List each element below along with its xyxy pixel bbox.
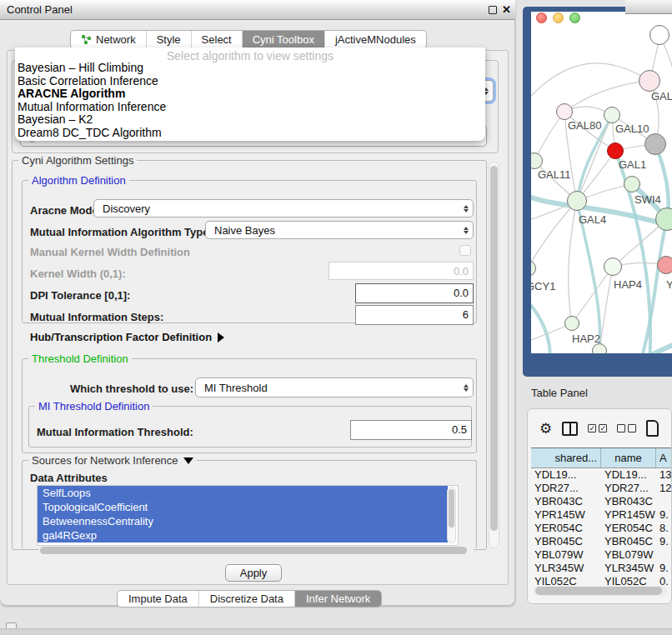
tab-jactivemnodules[interactable]: jActiveMNodules [324,31,426,48]
aracne-mode-label: Aracne Mode: [30,204,102,217]
mac-zoom-button[interactable] [569,12,580,23]
attribute-list-item[interactable]: gal4RGexp [38,528,448,542]
tab-style[interactable]: Style [146,31,191,48]
table-cell: YPR145W [531,508,601,522]
sources-expander[interactable]: Sources for Network Inference [28,454,197,467]
table-row[interactable]: YER054CYER054C8. [531,522,672,535]
scrollbar-thumb[interactable] [535,587,662,595]
mac-close-button[interactable] [536,12,547,23]
table-cell: YBR043C [601,495,656,508]
network-node[interactable] [649,25,669,45]
table-cell: YLR345W [601,562,656,575]
table-row[interactable]: YDR27...YDR27...12 [531,482,672,495]
table-cell: YDR27... [601,482,656,495]
data-attributes-list[interactable]: SelfLoopsTopologicalCoefficientBetweenne… [37,485,459,546]
network-node-label: GAL1 [619,158,646,171]
expander-arrow-icon [218,332,224,342]
table-row[interactable]: YBR043CYBR043C [531,495,672,508]
network-node-label: GAL [651,90,672,102]
mi-steps-input[interactable]: 6 [355,305,474,325]
table-hscrollbar[interactable] [534,586,667,596]
algorithm-option[interactable]: Bayesian – K2 [15,113,485,127]
scrollbar-thumb[interactable] [490,166,498,531]
algorithm-option[interactable]: Mutual Information Inference [15,101,485,114]
mi-type-combo[interactable]: Naive Bayes [205,221,474,239]
table-cell [656,548,672,562]
aracne-mode-combo[interactable]: Discovery [93,199,474,218]
network-node-GAL10[interactable] [604,107,620,123]
column-header-shared...[interactable]: shared... [531,448,601,468]
mac-minimize-button[interactable] [553,12,564,23]
tab-label: jActiveMNodules [335,33,416,46]
table-cell: YDL19... [531,468,601,482]
scrollbar-thumb[interactable] [449,489,454,528]
group-title: Cyni Algorithm Settings [18,154,137,167]
group-title: Threshold Definition [28,352,132,365]
attributes-list-scrollbar[interactable] [447,487,456,543]
manual-kernel-checkbox[interactable] [459,245,471,256]
apply-button[interactable]: Apply [225,564,282,582]
tab-infer-network[interactable]: Infer Network [294,591,381,607]
network-node-GAL80[interactable] [556,103,573,120]
table-cell: YDR27... [531,482,601,495]
algorithm-option[interactable]: ARACNE Algorithm [15,88,485,101]
table-cell: YBL079W [601,548,656,562]
settings-scrollbar[interactable] [489,162,499,548]
table-cell: YER054C [601,522,656,535]
close-icon[interactable]: ✕ [502,3,511,16]
attribute-list-item[interactable]: TopologicalCoefficient [38,500,448,514]
tab-select[interactable]: Select [191,31,242,48]
network-node-SWI4[interactable] [624,176,640,192]
network-node-GAL4[interactable] [567,191,587,211]
restore-icon[interactable] [489,6,497,14]
file-icon[interactable] [646,420,659,437]
network-node[interactable] [655,208,672,231]
scrollbar-thumb[interactable] [40,547,467,554]
algorithm-option[interactable]: Basic Correlation Inference [15,75,485,88]
network-node-GAL1[interactable] [607,142,624,159]
network-node[interactable] [592,343,607,353]
network-node[interactable] [644,133,666,155]
tab-discretize-data[interactable]: Discretize Data [198,591,294,607]
mi-type-label: Mutual Information Algorithm Type: [30,226,213,238]
network-node-HAP2[interactable] [564,316,579,331]
mi-threshold-input[interactable]: 0.5 [350,420,472,440]
table-cell: YER054C [531,522,601,535]
network-node-GAL[interactable] [639,70,660,92]
column-layout-icon[interactable] [562,422,578,436]
which-threshold-combo[interactable]: MI Threshold [195,378,474,398]
table-row[interactable]: YPR145WYPR145W9. [531,508,672,522]
attribute-list-item[interactable]: BetweennessCentrality [38,514,448,528]
network-node-label: GAL10 [615,122,649,135]
control-panel-titlebar[interactable]: Control Panel ✕ [0,0,515,20]
tab-impute-data[interactable]: Impute Data [118,591,198,607]
attribute-list-item[interactable]: SelfLoops [38,486,448,500]
dpi-tolerance-input[interactable]: 0.0 [355,283,474,303]
network-canvas[interactable]: GALGAL80GAL10GAL1GAL11SWI4GAL4HAP4YGCY1H… [531,12,672,353]
table-row[interactable]: YLR345WYLR345W9. [531,562,672,575]
attributes-hscrollbar[interactable] [38,546,474,555]
tab-cyni-toolbox[interactable]: Cyni Toolbox [242,31,324,48]
dropdown-prompt: Select algorithm to view settings [15,48,485,62]
table-row[interactable]: YDL19...YDL19...13 [531,468,672,482]
node-table[interactable]: shared...nameAYDL19...YDL19...13YDR27...… [531,448,672,588]
settings-gear-icon[interactable]: ⚙ [539,422,552,436]
kernel-width-input[interactable]: 0.0 [328,262,474,280]
network-node-HAP4[interactable] [604,258,622,276]
table-cell: 8. [656,522,672,535]
background-window-titlebar [625,0,672,14]
deselect-all-checkboxes-icon[interactable] [617,424,636,432]
tab-label: Select [202,33,232,46]
table-row[interactable]: YBR045CYBR045C9. [531,535,672,548]
column-header-A[interactable]: A [656,448,672,468]
network-node-Y[interactable] [657,256,672,274]
algorithm-option[interactable]: Dream8 DC_TDC Algorithm [15,127,485,140]
combo-stepper-icon [459,205,473,212]
select-all-checkboxes-icon[interactable]: ✓✓ [588,424,607,432]
tab-network[interactable]: Network [71,31,146,48]
table-cell: 9. [656,535,672,548]
hub-definition-expander[interactable]: Hub/Transcription Factor Definition [30,331,224,343]
column-header-name[interactable]: name [601,448,656,468]
table-row[interactable]: YBL079WYBL079W [531,548,672,562]
algorithm-option[interactable]: Bayesian – Hill Climbing [15,62,485,75]
